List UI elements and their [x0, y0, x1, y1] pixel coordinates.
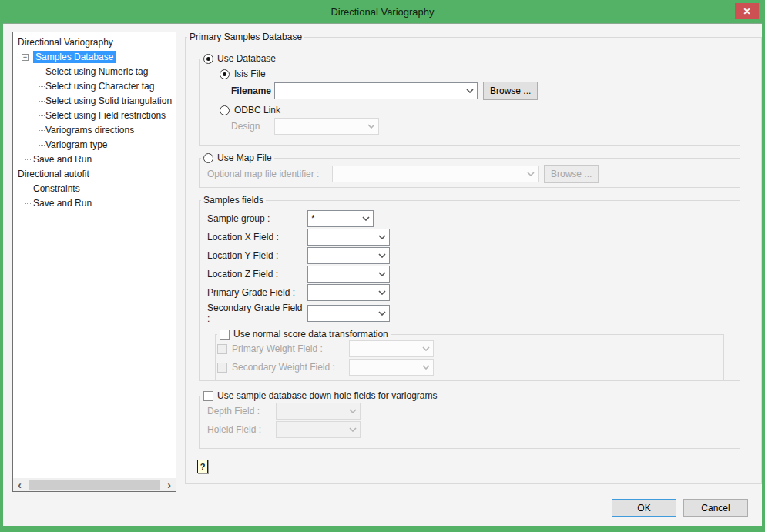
sample-group-combo[interactable]: *	[307, 210, 374, 227]
chevron-down-icon	[367, 124, 375, 129]
map-identifier-combo	[332, 166, 539, 182]
chevron-down-icon	[378, 235, 386, 239]
chevron-down-icon	[422, 365, 430, 370]
tree-horizontal-scrollbar[interactable]: ‹ ›	[13, 478, 176, 491]
use-map-file-label: Use Map File	[217, 152, 272, 163]
use-database-legend: Use Database	[201, 53, 278, 64]
holeid-field-combo	[276, 421, 361, 438]
normal-score-label: Use normal score data transformation	[233, 329, 388, 340]
close-icon: ✕	[743, 6, 750, 17]
directional-variography-dialog: Directional Variography ✕ Directional Va…	[0, 0, 765, 532]
design-combo	[274, 118, 379, 135]
depth-field-label: Depth Field :	[207, 406, 276, 417]
odbc-link-radio[interactable]	[220, 105, 230, 115]
tree-item-select-solid-triangulation[interactable]: Select using Solid triangulation	[13, 94, 176, 109]
depth-field-combo	[276, 403, 361, 420]
chevron-down-icon	[422, 346, 430, 351]
scroll-right-icon[interactable]: ›	[163, 478, 176, 491]
chevron-down-icon	[527, 172, 535, 176]
tree-item-select-field-restrictions[interactable]: Select using Field restrictions	[13, 109, 176, 123]
chevron-down-icon	[378, 272, 386, 276]
secondary-weight-label: Secondary Weight Field :	[232, 362, 344, 373]
ok-button[interactable]: OK	[612, 499, 676, 517]
map-identifier-label: Optional map file identifier :	[207, 169, 332, 179]
location-x-combo[interactable]	[307, 229, 390, 246]
secondary-grade-row: Secondary Grade Field :	[200, 303, 740, 324]
primary-samples-database-label: Primary Samples Database	[187, 32, 304, 42]
use-map-file-legend: Use Map File	[201, 152, 274, 163]
tree-item-directional-variography[interactable]: Directional Variography	[13, 35, 176, 50]
primary-weight-checkbox	[217, 344, 227, 354]
chevron-down-icon	[378, 311, 386, 316]
primary-grade-combo[interactable]	[307, 284, 390, 301]
design-label: Design	[231, 121, 274, 132]
design-row: Design	[200, 118, 740, 135]
samples-fields-label: Samples fields	[201, 195, 266, 206]
filename-label: Filename	[231, 85, 274, 96]
samples-fields-group: Samples fields Sample group : * Location…	[199, 195, 740, 381]
depth-field-row: Depth Field :	[200, 403, 740, 420]
secondary-weight-row: Secondary Weight Field :	[216, 359, 723, 376]
use-map-file-group: Use Map File Optional map file identifie…	[199, 152, 740, 188]
tree-item-directional-autofit[interactable]: Directional autofit	[13, 167, 176, 182]
tree-item-select-character-tag[interactable]: Select using Character tag	[13, 79, 176, 94]
secondary-weight-checkbox	[217, 363, 227, 373]
tree-item-constraints[interactable]: Constraints	[13, 182, 176, 196]
location-z-row: Location Z Field :	[200, 266, 740, 283]
chevron-down-icon	[378, 290, 386, 295]
normal-score-group: Use normal score data transformation Pri…	[215, 329, 724, 381]
holeid-field-label: Holeid Field :	[207, 424, 276, 435]
collapse-expander-icon[interactable]: −	[22, 54, 29, 61]
down-hole-label: Use sample database down hole fields for…	[217, 390, 437, 401]
primary-samples-database-group: Primary Samples Database Use Database Is…	[185, 32, 762, 484]
filename-browse-button[interactable]: Browse ...	[483, 82, 538, 100]
tree-item-save-and-run-2[interactable]: Save and Run	[13, 196, 176, 211]
scroll-left-icon[interactable]: ‹	[13, 478, 26, 491]
secondary-grade-label: Secondary Grade Field :	[207, 303, 307, 324]
tree-item-variogram-type[interactable]: Variogram type	[13, 138, 176, 152]
filename-combo[interactable]	[274, 82, 478, 99]
close-button[interactable]: ✕	[735, 3, 759, 19]
location-y-combo[interactable]	[307, 247, 390, 264]
secondary-weight-combo	[349, 359, 434, 376]
selected-tree-label: Samples Database	[33, 51, 116, 63]
navigation-tree: Directional Variography − Samples Databa…	[12, 32, 176, 492]
location-x-row: Location X Field :	[200, 229, 740, 246]
map-identifier-row: Optional map file identifier : Browse ..…	[200, 165, 740, 183]
isis-file-label: Isis File	[234, 69, 266, 79]
use-map-file-radio[interactable]	[203, 153, 213, 163]
down-hole-legend: Use sample database down hole fields for…	[201, 390, 439, 401]
odbc-link-row: ODBC Link	[200, 105, 740, 115]
isis-file-row: Isis File	[200, 69, 740, 79]
isis-file-radio[interactable]	[220, 69, 230, 79]
sample-group-label: Sample group :	[207, 213, 307, 224]
primary-grade-label: Primary Grade Field :	[207, 287, 307, 298]
location-z-combo[interactable]	[307, 266, 390, 283]
tree-item-samples-database[interactable]: − Samples Database	[13, 50, 176, 65]
titlebar[interactable]: Directional Variography ✕	[0, 0, 765, 23]
primary-weight-row: Primary Weight Field :	[216, 340, 723, 357]
chevron-down-icon	[466, 89, 474, 93]
primary-weight-combo	[349, 340, 434, 357]
odbc-link-label: ODBC Link	[234, 105, 280, 115]
dialog-footer: OK Cancel	[612, 499, 748, 517]
cancel-button[interactable]: Cancel	[683, 499, 748, 517]
use-database-group: Use Database Isis File Filename	[199, 53, 740, 146]
main-form-area: Primary Samples Database Use Database Is…	[179, 24, 762, 526]
filename-row: Filename Browse ...	[200, 82, 740, 100]
tree-item-variograms-directions[interactable]: Variograms directions	[13, 123, 176, 138]
chevron-down-icon	[349, 409, 357, 413]
use-database-label: Use Database	[217, 53, 276, 64]
use-database-radio[interactable]	[203, 54, 213, 64]
normal-score-checkbox[interactable]	[220, 330, 230, 340]
secondary-grade-combo[interactable]	[307, 305, 390, 322]
tree-item-save-and-run[interactable]: Save and Run	[13, 152, 176, 167]
down-hole-checkbox[interactable]	[203, 391, 213, 401]
down-hole-group: Use sample database down hole fields for…	[199, 390, 740, 449]
scrollbar-thumb[interactable]	[29, 480, 160, 490]
help-icon[interactable]: ?	[197, 460, 208, 473]
tree-rows: Directional Variography − Samples Databa…	[13, 35, 176, 211]
chevron-down-icon	[349, 427, 357, 432]
tree-item-select-numeric-tag[interactable]: Select using Numeric tag	[13, 65, 176, 79]
chevron-down-icon	[362, 216, 370, 221]
